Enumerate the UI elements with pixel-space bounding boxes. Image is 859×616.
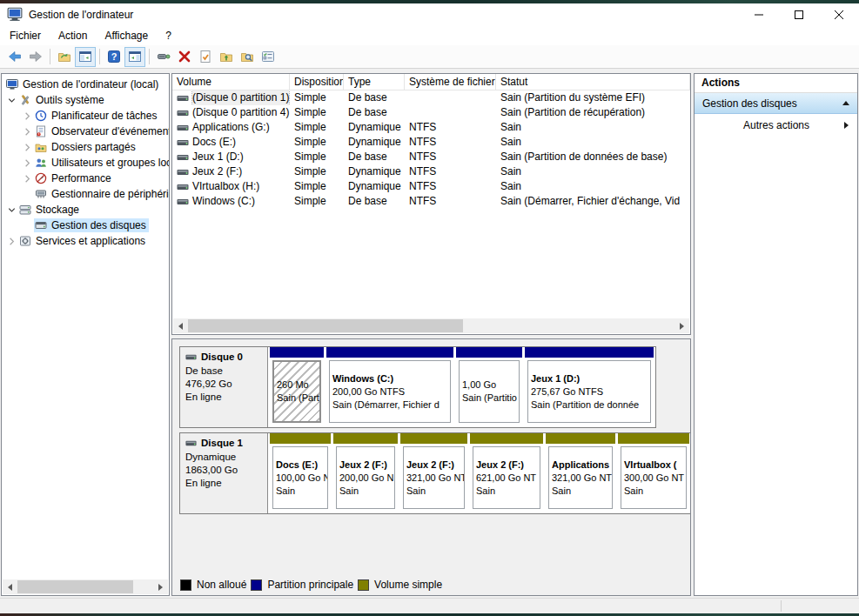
collapse-icon[interactable] (842, 101, 849, 105)
scroll-right-icon[interactable] (674, 318, 689, 333)
properties-check-icon[interactable] (195, 47, 216, 67)
column-header-volume[interactable]: Volume (172, 74, 290, 90)
chevron-right-icon[interactable] (21, 125, 34, 137)
partitions-container: Docs (E:)100,00 Go NSainJeux 2 (F:)200,0… (268, 433, 691, 513)
close-button[interactable] (819, 3, 859, 26)
tree-horizontal-scrollbar[interactable] (3, 579, 168, 594)
scrollbar-thumb[interactable] (17, 580, 133, 593)
partition-block-jeux-1-d[interactable]: Jeux 1 (D:)275,67 Go NTFSSain (Partition… (525, 347, 654, 427)
column-header-systeme-de-fichiers[interactable]: Système de fichiers (405, 74, 496, 90)
sidebar-item-services-et-applications[interactable]: Services et applications (2, 233, 169, 249)
sidebar-item-outils-systeme[interactable]: Outils système (2, 92, 169, 108)
volume-type-cell: De base (344, 150, 405, 164)
volume-statut-cell: Sain (496, 179, 690, 194)
menu-item-affichage[interactable]: Affichage (96, 27, 157, 44)
table-row[interactable]: (Disque 0 partition 1)SimpleDe baseSain … (172, 90, 690, 105)
volume-disposition-cell: Simple (290, 105, 344, 120)
chevron-right-icon[interactable] (21, 172, 34, 184)
column-header-disposition[interactable]: Disposition (290, 74, 344, 90)
folder-up-icon[interactable] (216, 47, 237, 67)
disk-name: Disque 0 (185, 351, 265, 364)
partition-block-windows-c[interactable]: Windows (C:)200,00 Go NTFSSain (Démarrer… (326, 347, 453, 427)
sidebar-item-label: Stockage (36, 204, 79, 216)
delete-icon[interactable] (174, 47, 195, 67)
table-row[interactable]: Windows (C:)SimpleDe baseNTFSSain (Démar… (172, 194, 690, 209)
table-row[interactable]: Applications (G:)SimpleDynamiqueNTFSSain (172, 120, 690, 135)
volume-fs-cell: NTFS (405, 194, 496, 209)
table-row[interactable]: Jeux 2 (F:)SimpleDynamiqueNTFSSain (172, 164, 690, 179)
list-horizontal-scrollbar[interactable] (173, 318, 689, 333)
partition-block-jeux-2-f[interactable]: Jeux 2 (F:)621,00 Go NTSain (470, 433, 543, 513)
sidebar-item-label: Services et applications (36, 235, 145, 247)
sidebar-item-planificateur-de-taches[interactable]: Planificateur de tâches (2, 108, 169, 124)
chevron-right-icon[interactable] (21, 157, 34, 169)
partition-block[interactable]: 1,00 GoSain (Partitio (456, 347, 522, 427)
actions-group-disk-management[interactable]: Gestion des disques (695, 93, 857, 114)
disk-label-disque-1[interactable]: Disque 1Dynamique1863,00 GoEn ligne (180, 433, 268, 513)
console-tree-icon[interactable] (75, 47, 96, 67)
table-row[interactable]: Jeux 1 (D:)SimpleDe baseNTFSSain (Partit… (172, 150, 690, 164)
column-header-statut[interactable]: Statut (496, 74, 690, 90)
disk-info-line: De base (185, 365, 265, 378)
sidebar-item-dossiers-partages[interactable]: Dossiers partagés (2, 139, 169, 155)
partition-block[interactable]: 260 MoSain (Part (270, 347, 324, 427)
toolbar-separator (50, 49, 50, 64)
partition-block-docs-e[interactable]: Docs (E:)100,00 Go NSain (270, 433, 331, 513)
sidebar-item-gestion-des-disques[interactable]: Gestion des disques (2, 218, 169, 233)
help-icon[interactable]: ? (104, 47, 124, 67)
table-row[interactable]: Docs (E:)SimpleDynamiqueNTFSSain (172, 135, 690, 150)
volume-statut-cell: Sain (Partition du système EFI) (496, 90, 690, 105)
actions-item-more-actions[interactable]: Autres actions (695, 114, 857, 137)
partition-block-jeux-2-f[interactable]: Jeux 2 (F:)200,00 Go NSain (333, 433, 398, 513)
menu-item-action[interactable]: Action (50, 27, 96, 44)
volume-fs-cell: NTFS (405, 164, 496, 179)
scroll-left-icon[interactable] (3, 579, 17, 594)
export-icon[interactable] (54, 47, 75, 67)
drive-icon (185, 439, 198, 449)
forward-icon[interactable] (25, 47, 46, 67)
disk-label-disque-0[interactable]: Disque 0De base476,92 GoEn ligne (180, 347, 268, 427)
menu-item-fichier[interactable]: Fichier (1, 27, 50, 44)
disk-graph-panel: Disque 0De base476,92 GoEn ligne260 MoSa… (171, 338, 691, 596)
sidebar-item-gestion-de-l-ordinateur-local[interactable]: Gestion de l'ordinateur (local) (2, 77, 169, 92)
partition-block-applications[interactable]: Applications321,00 Go NTSain (546, 433, 615, 513)
chevron-empty (21, 219, 34, 231)
tree-item-content: Services et applications (18, 234, 148, 248)
menu-item-help[interactable]: ? (157, 27, 180, 44)
display-icon[interactable] (153, 47, 174, 67)
back-icon[interactable] (4, 47, 25, 67)
folder-search-icon[interactable] (237, 47, 258, 67)
task-list-icon[interactable] (258, 47, 279, 67)
partition-block-virtualbox[interactable]: VIrtualbox (300,00 Go NTSain (618, 433, 689, 513)
computer-management-window: Gestion de l'ordinateur FichierActionAff… (0, 0, 859, 616)
table-row[interactable]: (Disque 0 partition 4)SimpleDe baseSain … (172, 105, 690, 120)
sidebar-tree: Gestion de l'ordinateur (local)Outils sy… (2, 74, 169, 249)
sidebar-item-utilisateurs-et-groupes-locaux[interactable]: Utilisateurs et groupes locaux (2, 155, 169, 171)
chevron-down-icon[interactable] (5, 94, 18, 106)
caption-buttons (739, 3, 859, 26)
sidebar-item-stockage[interactable]: Stockage (2, 202, 169, 218)
partition-block-jeux-2-f[interactable]: Jeux 2 (F:)321,00 Go NTSain (400, 433, 467, 513)
sidebar-item-gestionnaire-de-peripheriques[interactable]: Gestionnaire de périphériques (2, 186, 169, 202)
minimize-button[interactable] (739, 3, 779, 26)
sidebar-item-label: Gestion des disques (51, 219, 146, 231)
actions-panel: Actions Gestion des disques Autres actio… (694, 73, 858, 596)
column-header-type[interactable]: Type (344, 74, 405, 90)
table-row[interactable]: VIrtualbox (H:)SimpleDynamiqueNTFSSain (172, 179, 690, 194)
maximize-button[interactable] (779, 3, 819, 26)
disk-info-line: En ligne (185, 477, 265, 490)
scrollbar-thumb[interactable] (188, 319, 463, 332)
volume-statut-cell: Sain (Démarrer, Fichier d'échange, Vid (496, 194, 690, 209)
scroll-right-icon[interactable] (153, 579, 168, 594)
chevron-right-icon[interactable] (5, 235, 18, 247)
volume-name-cell: Jeux 2 (F:) (172, 164, 290, 179)
partition-status: Sain (Partition de donnée (531, 398, 648, 412)
scroll-left-icon[interactable] (173, 318, 188, 333)
partition-status: Sain (476, 485, 537, 498)
chevron-right-icon[interactable] (21, 141, 34, 153)
sidebar-item-observateur-d-evenements[interactable]: Observateur d'événements (2, 124, 169, 139)
action-pane-icon[interactable] (124, 47, 145, 67)
sidebar-item-performance[interactable]: Performance (2, 171, 169, 186)
chevron-down-icon[interactable] (5, 204, 18, 216)
chevron-right-icon[interactable] (21, 110, 34, 122)
